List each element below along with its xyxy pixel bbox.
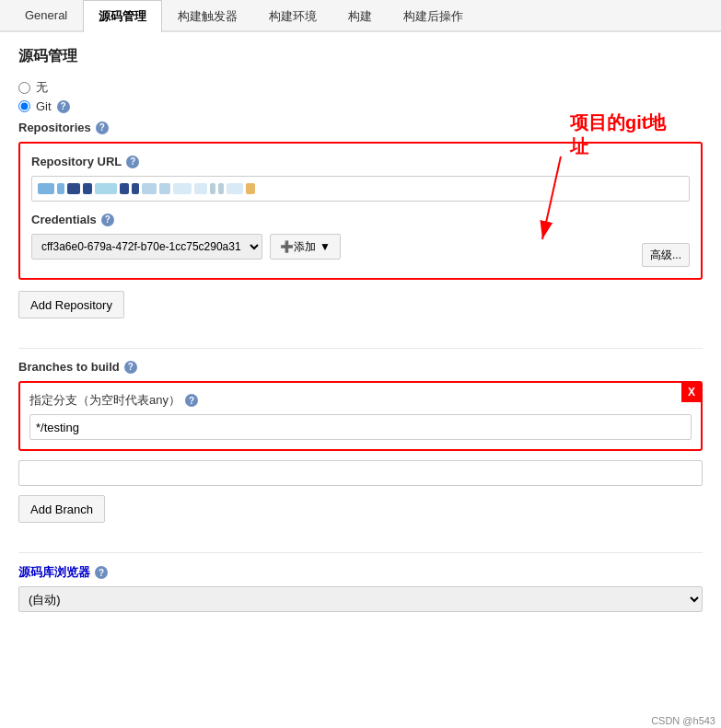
- repository-block: Repository URL ? Credentials ? cff3a6e0-…: [18, 142, 703, 280]
- browser-label: 源码库浏览器: [18, 564, 90, 581]
- browser-help-icon[interactable]: ?: [95, 566, 108, 579]
- radio-git-row: Git ?: [18, 99, 703, 113]
- credentials-label-row: Credentials ?: [31, 213, 690, 226]
- branch-help-icon[interactable]: ?: [185, 394, 198, 407]
- add-branch-button[interactable]: Add Branch: [18, 495, 105, 523]
- branch-field-label: 指定分支（为空时代表any）: [29, 392, 180, 409]
- add-branch-section: Add Branch: [18, 495, 703, 537]
- branches-label-row: Branches to build ?: [18, 360, 703, 374]
- url-field[interactable]: [31, 176, 690, 202]
- url-block: [38, 183, 54, 194]
- radio-none[interactable]: [18, 82, 30, 94]
- url-blocks: [38, 183, 255, 194]
- add-credentials-button[interactable]: ➕添加 ▼: [270, 234, 341, 260]
- repositories-label: Repositories ?: [18, 121, 703, 134]
- divider-2: [18, 552, 703, 553]
- url-block: [246, 183, 255, 194]
- delete-branch-button[interactable]: X: [681, 382, 702, 402]
- tab-general[interactable]: General: [9, 0, 83, 32]
- credentials-help-icon[interactable]: ?: [101, 214, 114, 226]
- repo-url-help-icon[interactable]: ?: [126, 156, 139, 168]
- add-dropdown-arrow: ▼: [320, 240, 331, 253]
- divider-1: [18, 348, 703, 349]
- tab-post[interactable]: 构建后操作: [388, 0, 479, 32]
- branch-extra-row: [18, 460, 703, 486]
- url-block: [159, 183, 170, 194]
- advanced-button[interactable]: 高级...: [642, 243, 690, 267]
- credentials-section: Credentials ? cff3a6e0-679a-472f-b70e-1c…: [31, 213, 690, 260]
- browser-select[interactable]: (自动): [18, 586, 703, 612]
- radio-git-label: Git: [36, 99, 52, 113]
- url-block: [95, 183, 117, 194]
- url-block: [67, 183, 80, 194]
- url-block: [132, 183, 139, 194]
- url-block: [227, 183, 243, 194]
- annotation-text: 项目的git地 址: [570, 110, 666, 158]
- repositories-text: Repositories: [18, 121, 91, 134]
- url-block: [83, 183, 92, 194]
- git-help-icon[interactable]: ?: [57, 100, 70, 113]
- add-repo-section: Add Repository: [18, 291, 703, 333]
- repositories-help-icon[interactable]: ?: [96, 121, 109, 134]
- branch-extra-input[interactable]: [18, 460, 703, 486]
- repo-url-text: Repository URL: [31, 155, 122, 168]
- url-input-row: [31, 176, 690, 202]
- branch-field-label-row: 指定分支（为空时代表any） ?: [29, 392, 692, 409]
- radio-group: 无 Git ?: [18, 79, 703, 113]
- repo-url-label: Repository URL ?: [31, 155, 690, 168]
- credentials-select[interactable]: cff3a6e0-679a-472f-b70e-1cc75c290a31: [31, 234, 262, 260]
- url-block: [142, 183, 157, 194]
- footer: CSDN @h543: [645, 713, 721, 728]
- url-block: [173, 183, 192, 194]
- browser-section: 源码库浏览器 ? (自动): [18, 564, 703, 612]
- tab-env[interactable]: 构建环境: [253, 0, 332, 32]
- branches-label: Branches to build: [18, 360, 120, 374]
- tab-trigger[interactable]: 构建触发器: [162, 0, 253, 32]
- page-content: 源码管理 无 Git ? Repositories ? Repository U…: [0, 32, 721, 627]
- url-block: [194, 183, 207, 194]
- browser-label-row: 源码库浏览器 ?: [18, 564, 703, 581]
- add-repository-button[interactable]: Add Repository: [18, 291, 124, 318]
- url-block: [57, 183, 64, 194]
- tab-source[interactable]: 源码管理: [83, 0, 162, 32]
- credentials-row: cff3a6e0-679a-472f-b70e-1cc75c290a31 ➕添加…: [31, 234, 690, 260]
- tabs-bar: General 源码管理 构建触发器 构建环境 构建 构建后操作: [0, 0, 721, 32]
- branch-input[interactable]: [29, 414, 692, 440]
- add-btn-label: ➕添加: [280, 239, 316, 255]
- radio-none-row: 无: [18, 79, 703, 96]
- url-block: [218, 183, 224, 194]
- radio-git[interactable]: [18, 100, 30, 112]
- branch-block: X 指定分支（为空时代表any） ?: [18, 381, 703, 451]
- credentials-label: Credentials: [31, 213, 97, 226]
- page-title: 源码管理: [18, 47, 703, 66]
- url-block: [210, 183, 215, 194]
- radio-none-label: 无: [36, 79, 48, 96]
- branches-help-icon[interactable]: ?: [124, 361, 137, 374]
- tab-build[interactable]: 构建: [332, 0, 388, 32]
- url-block: [120, 183, 129, 194]
